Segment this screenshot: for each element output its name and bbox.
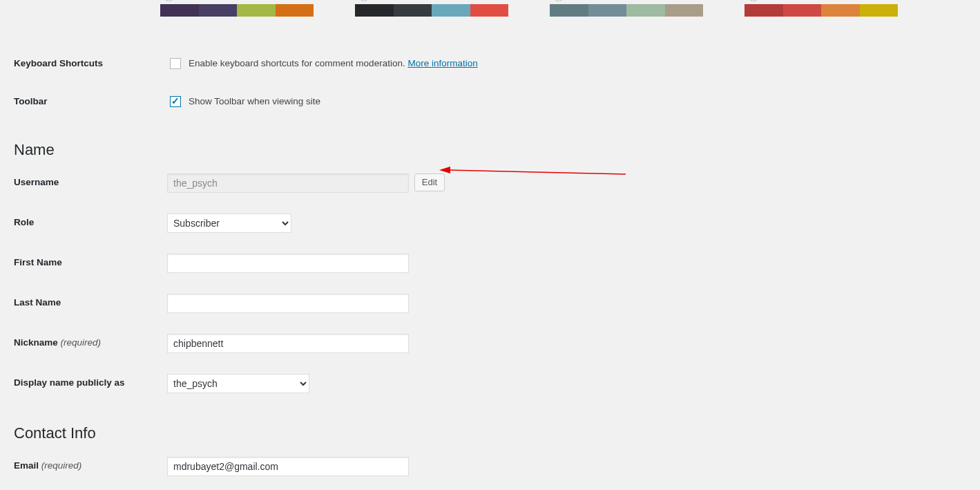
scheme-midnight-swatches (355, 4, 508, 17)
username-input (167, 173, 409, 193)
toolbar-text: Show Toolbar when viewing site (189, 96, 320, 106)
scheme-midnight[interactable]: Midnight (355, 0, 528, 17)
scheme-sunrise-radio[interactable] (748, 0, 759, 1)
email-input[interactable] (167, 457, 409, 476)
toolbar-checkbox[interactable] (170, 96, 181, 107)
username-label: Username (14, 163, 160, 203)
scheme-sunrise[interactable]: Sunrise (744, 0, 917, 17)
scheme-midnight-radio[interactable] (358, 0, 369, 1)
display-name-select[interactable]: the_psych (167, 374, 309, 393)
scheme-ectoplasm-swatches (160, 4, 314, 17)
email-label: Email (required) (14, 446, 160, 487)
first-name-label: First Name (14, 243, 160, 283)
keyboard-shortcuts-checkbox[interactable] (170, 58, 181, 69)
toolbar-label: Toolbar (14, 82, 160, 120)
last-name-input[interactable] (167, 294, 409, 313)
nickname-input[interactable] (167, 334, 409, 353)
display-name-label: Display name publicly as (14, 364, 160, 404)
more-information-link[interactable]: More information (407, 58, 477, 68)
color-scheme-row: Ectoplasm Midnight Ocean Sunrise (160, 0, 966, 17)
svg-line-0 (448, 170, 626, 174)
first-name-input[interactable] (167, 254, 409, 273)
keyboard-shortcuts-label: Keyboard Shortcuts (14, 44, 160, 82)
svg-marker-1 (439, 167, 450, 173)
scheme-ocean-radio[interactable] (553, 0, 564, 1)
contact-info-heading: Contact Info (14, 424, 966, 442)
nickname-label: Nickname (required) (14, 323, 160, 364)
role-select[interactable]: Subscriber (167, 214, 291, 233)
scheme-ectoplasm[interactable]: Ectoplasm (160, 0, 333, 17)
scheme-ectoplasm-radio[interactable] (164, 0, 175, 1)
name-heading: Name (14, 141, 966, 159)
scheme-sunrise-swatches (744, 4, 898, 17)
scheme-ocean-swatches (550, 4, 703, 17)
scheme-ocean[interactable]: Ocean (550, 0, 722, 17)
last-name-label: Last Name (14, 283, 160, 323)
keyboard-shortcuts-text: Enable keyboard shortcuts for comment mo… (189, 58, 407, 68)
role-label: Role (14, 203, 160, 243)
annotation-arrow-icon (439, 164, 633, 181)
